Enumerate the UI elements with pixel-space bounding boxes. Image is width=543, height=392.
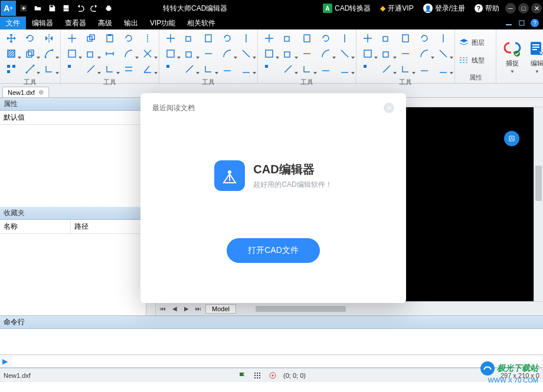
doc-restore-icon[interactable] [516,18,528,28]
status-grid-icon[interactable] [253,371,262,380]
status-flag-icon[interactable] [237,371,247,380]
tool-hatch-icon[interactable] [64,47,80,60]
new-icon[interactable] [17,1,31,15]
tool-icon[interactable] [318,47,333,60]
tool-icon[interactable] [280,62,296,75]
tool-rotate-icon[interactable] [22,32,38,45]
tool-icon[interactable] [163,62,178,75]
tool-icon[interactable] [201,47,216,60]
tool-icon[interactable] [379,32,394,45]
col-name[interactable]: 名称 [0,220,71,233]
open-cad-file-button[interactable]: 打开CAD文件 [227,238,320,263]
tool-icon[interactable] [379,47,394,60]
tool-line-icon[interactable] [83,62,99,75]
tool-icon[interactable] [337,47,352,60]
tool-icon[interactable] [436,32,451,45]
tool-offset-icon[interactable] [121,62,136,75]
pdf-icon[interactable]: PDF [59,1,73,15]
tool-icon[interactable] [238,62,254,75]
canvas-widget-icon[interactable] [504,131,519,146]
model-nav-last[interactable]: ⏭ [194,305,203,312]
redo-icon[interactable] [87,1,102,15]
tool-arc-icon[interactable] [121,47,136,60]
tool-corner-icon[interactable] [41,62,57,75]
tool-icon[interactable] [318,32,333,45]
tool-trim-icon[interactable] [140,47,155,60]
tool-icon[interactable] [417,62,432,75]
vertical-scrollbar[interactable] [534,107,543,301]
tool-icon[interactable] [417,32,432,45]
tool-move-icon[interactable] [64,32,80,45]
menu-editor[interactable]: 编辑器 [26,17,59,29]
converter-link[interactable]: A CAD转换器 [318,4,375,14]
tool-icon[interactable] [220,47,235,60]
model-nav-prev[interactable]: ◀ [170,305,179,312]
model-nav-next[interactable]: ▶ [182,305,191,312]
tool-icon[interactable] [201,62,216,75]
tool-icon[interactable] [280,47,296,60]
tool-icon[interactable] [220,62,235,75]
tool-mirror-icon[interactable] [140,32,155,45]
tool-icon[interactable] [182,62,197,75]
menu-viewer[interactable]: 查看器 [59,17,92,29]
minimize-button[interactable]: ─ [505,3,516,14]
tool-icon[interactable] [163,47,178,60]
tool-icon[interactable] [436,47,451,60]
menu-advanced[interactable]: 高级 [92,17,118,29]
tool-icon[interactable] [182,32,197,45]
tool-mirror-icon[interactable] [41,32,57,45]
tool-icon[interactable] [337,32,352,45]
maximize-button[interactable]: □ [518,3,529,14]
vip-link[interactable]: ◆开通VIP [375,4,418,14]
tool-icon[interactable] [360,47,375,60]
tool-arc-icon[interactable] [41,47,57,60]
model-tab[interactable]: Model [205,304,236,314]
tool-blocks-icon[interactable] [4,62,19,75]
tool-hatch-icon[interactable] [4,47,19,60]
doc-help-icon[interactable]: ? [529,18,541,28]
tool-icon[interactable] [299,32,315,45]
tool-icon[interactable] [360,62,375,75]
tool-box-icon[interactable] [83,47,99,60]
layer-button[interactable]: 图层 [459,35,492,50]
tool-box-icon[interactable] [22,47,38,60]
close-button[interactable]: ✕ [531,3,542,14]
undo-icon[interactable] [73,1,87,15]
tool-icon[interactable] [398,47,413,60]
tool-rotate-icon[interactable] [121,32,136,45]
print-icon[interactable] [102,1,116,15]
tool-icon[interactable] [299,62,315,75]
open-icon[interactable] [31,1,45,15]
tool-icon[interactable] [182,47,197,60]
tool-icon[interactable] [436,62,451,75]
modal-close-button[interactable]: ✕ [384,103,394,113]
tool-icon[interactable] [261,47,277,60]
col-path[interactable]: 路径 [71,220,92,233]
tool-icon[interactable] [238,47,254,60]
tool-icon[interactable] [417,47,432,60]
tool-copy-icon[interactable] [83,32,99,45]
save-icon[interactable] [45,1,59,15]
tool-icon[interactable] [360,32,375,45]
menu-vip[interactable]: VIP功能 [144,17,181,29]
tool-line-icon[interactable] [22,62,38,75]
command-input[interactable] [12,356,541,367]
tool-icon[interactable] [398,62,413,75]
tool-icon[interactable] [379,62,394,75]
menu-output[interactable]: 输出 [118,17,144,29]
tool-icon[interactable] [261,62,277,75]
menu-related[interactable]: 相关软件 [181,17,221,29]
tool-icon[interactable] [299,47,315,60]
tool-paste-icon[interactable] [102,32,117,45]
tool-icon[interactable] [318,62,333,75]
document-tab[interactable]: New1.dxf ⊗ [2,87,49,97]
tool-icon[interactable] [238,32,254,45]
tool-icon[interactable] [261,32,277,45]
tool-icon[interactable] [220,32,235,45]
tool-icon[interactable] [398,32,413,45]
tool-corner-icon[interactable] [102,62,117,75]
tool-move-icon[interactable] [4,32,19,45]
tool-blocks-icon[interactable] [64,62,80,75]
tool-icon[interactable] [163,32,178,45]
help-link[interactable]: ? 帮助 [470,4,504,14]
